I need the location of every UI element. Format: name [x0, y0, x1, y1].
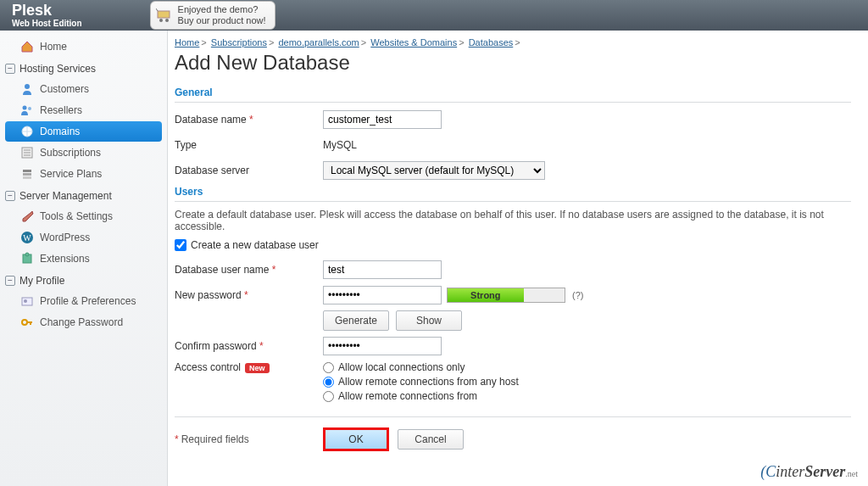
label-db-name: Database name *: [175, 114, 323, 126]
wordpress-icon: W: [20, 231, 34, 244]
brand-title: Plesk: [12, 3, 82, 20]
create-user-label: Create a new database user: [191, 239, 319, 251]
svg-rect-0: [158, 11, 170, 18]
confirm-password-field[interactable]: [323, 337, 442, 355]
svg-point-17: [22, 320, 27, 325]
access-local-label: Allow local connections only: [338, 361, 465, 373]
access-any-label: Allow remote connections from any host: [338, 376, 519, 388]
svg-text:W: W: [23, 233, 31, 243]
sidebar-section-profile[interactable]: − My Profile: [0, 270, 167, 290]
new-badge: New: [245, 363, 270, 373]
svg-rect-8: [23, 170, 31, 172]
sidebar-item-wordpress[interactable]: W WordPress: [5, 227, 162, 248]
sidebar-item-domains[interactable]: Domains: [5, 121, 162, 142]
label-access-control: Access controlNew: [175, 361, 323, 373]
svg-point-4: [23, 106, 27, 110]
brand-subtitle: Web Host Edition: [12, 19, 82, 28]
label-db-server: Database server: [175, 165, 323, 176]
breadcrumb-subscriptions[interactable]: Subscriptions: [211, 37, 267, 47]
demo-promo-button[interactable]: Enjoyed the demo? Buy our product now!: [150, 1, 275, 30]
key-icon: [20, 316, 34, 329]
sidebar-item-home[interactable]: Home: [5, 36, 162, 57]
breadcrumb-domain[interactable]: demo.parallels.com: [278, 37, 359, 47]
sidebar-item-tools-settings[interactable]: Tools & Settings: [5, 206, 162, 226]
label-user-name: Database user name *: [175, 264, 323, 276]
id-icon: [20, 294, 34, 308]
label-new-password: New password *: [175, 289, 323, 301]
sidebar-section-server[interactable]: − Server Management: [0, 185, 167, 205]
collapse-icon[interactable]: −: [5, 191, 15, 201]
interserver-logo: (CinterServer.net: [760, 463, 858, 481]
svg-point-2: [165, 19, 169, 22]
svg-rect-10: [23, 176, 31, 179]
sidebar-item-subscriptions[interactable]: Subscriptions: [5, 142, 162, 163]
password-strength-bar: Strong: [447, 288, 565, 303]
sidebar-item-change-password[interactable]: Change Password: [5, 312, 162, 332]
label-db-type: Type: [175, 139, 323, 151]
user-name-field[interactable]: [323, 260, 442, 279]
svg-point-16: [24, 299, 27, 303]
password-field[interactable]: [323, 286, 442, 304]
collapse-icon[interactable]: −: [5, 64, 15, 74]
sidebar: Home − Hosting Services Customers Resell…: [0, 31, 168, 486]
show-password-button[interactable]: Show: [396, 310, 462, 331]
top-bar: Plesk Web Host Edition Enjoyed the demo?…: [0, 0, 868, 31]
people-icon: [20, 103, 34, 117]
generate-password-button[interactable]: Generate: [323, 310, 389, 331]
person-icon: [20, 82, 34, 96]
create-user-checkbox[interactable]: [175, 239, 186, 251]
wrench-icon: [20, 209, 34, 223]
page-title: Add New Database: [175, 51, 851, 75]
sidebar-item-service-plans[interactable]: Service Plans: [5, 164, 162, 184]
access-local-radio[interactable]: [323, 362, 334, 373]
home-icon: [20, 40, 34, 53]
breadcrumb-databases[interactable]: Databases: [469, 37, 514, 47]
access-from-radio[interactable]: [323, 391, 334, 402]
ok-button[interactable]: OK: [323, 427, 389, 451]
svg-point-1: [159, 19, 163, 22]
password-help-icon[interactable]: (?): [572, 290, 583, 300]
brand: Plesk Web Host Edition: [12, 3, 82, 29]
section-users: Users: [175, 186, 851, 202]
db-name-field[interactable]: [323, 110, 442, 129]
breadcrumb-websites[interactable]: Websites & Domains: [370, 37, 457, 47]
demo-text: Enjoyed the demo? Buy our product now!: [178, 4, 266, 26]
db-server-select[interactable]: Local MySQL server (default for MySQL): [323, 161, 545, 180]
sidebar-item-customers[interactable]: Customers: [5, 79, 162, 99]
sidebar-item-profile-prefs[interactable]: Profile & Preferences: [5, 291, 162, 311]
collapse-icon[interactable]: −: [5, 276, 15, 286]
required-note: *Required fields: [175, 433, 323, 445]
breadcrumb-home[interactable]: Home: [175, 37, 199, 47]
svg-rect-15: [22, 298, 32, 305]
sidebar-item-resellers[interactable]: Resellers: [5, 100, 162, 120]
users-desc: Create a default database user. Plesk wi…: [175, 209, 851, 232]
globe-icon: [20, 125, 34, 138]
access-any-radio[interactable]: [323, 377, 334, 388]
svg-point-3: [25, 84, 30, 89]
svg-rect-9: [23, 173, 31, 176]
cart-icon: [156, 7, 173, 24]
sidebar-item-extensions[interactable]: Extensions: [5, 249, 162, 269]
cancel-button[interactable]: Cancel: [398, 429, 464, 450]
svg-point-14: [25, 253, 29, 256]
label-confirm-password: Confirm password *: [175, 340, 323, 352]
breadcrumb: Home> Subscriptions> demo.parallels.com>…: [175, 37, 851, 47]
list-icon: [20, 146, 34, 159]
stack-icon: [20, 167, 34, 181]
db-type-value: MySQL: [323, 139, 357, 151]
section-general: General: [175, 87, 851, 103]
svg-point-5: [28, 107, 31, 110]
access-from-label: Allow remote connections from: [338, 390, 477, 402]
content-area: Home> Subscriptions> demo.parallels.com>…: [168, 31, 868, 486]
sidebar-section-hosting[interactable]: − Hosting Services: [0, 58, 167, 78]
puzzle-icon: [20, 252, 34, 265]
